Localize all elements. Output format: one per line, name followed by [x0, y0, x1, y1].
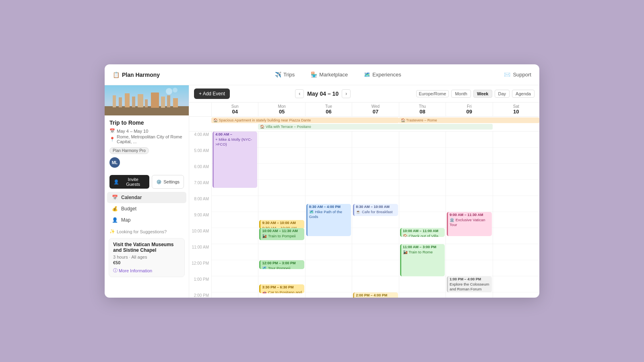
calendar-icon: 📅: [109, 128, 115, 134]
nav-marketplace[interactable]: 🏪 Marketplace: [308, 70, 351, 79]
calendar-event[interactable]: 1:00 PM – 4:00 PMExplore the Colosseum a…: [447, 276, 491, 292]
calendar-event[interactable]: 9:00 AM – 11:30 AM🏛️ Exclusive Vatican T…: [447, 212, 491, 236]
time-rows: 4:00 AM5:00 AM6:00 AM7:00 AM8:00 AM9:00 …: [189, 132, 539, 298]
time-gutter-header: [189, 103, 211, 116]
svg-point-13: [173, 88, 178, 93]
more-info-link[interactable]: ⓘ More Information: [113, 267, 180, 274]
invite-guests-button[interactable]: 👤 Invite Guests: [109, 175, 149, 189]
calendar-event[interactable]: 12:00 PM – 3:00 PM🗺️ Tour Pompeii: [259, 260, 304, 269]
time-label: 8:00 AM: [189, 196, 211, 212]
app-container: 📋 Plan Harmony ✈️ Trips 🏪 Marketplace 🗺️…: [105, 64, 539, 298]
calendar-event[interactable]: 10:00 AM – 11:00 AM🏠 Check out of Villa: [400, 228, 445, 237]
nav-trips[interactable]: ✈️ Trips: [272, 70, 298, 79]
date-range-text: May 04 – 10: [307, 90, 339, 97]
svg-rect-4: [125, 93, 130, 107]
day-col-5[interactable]: 9:00 AM – 11:30 AM🏛️ Exclusive Vatican T…: [446, 132, 492, 298]
nav-trips-label: Trips: [283, 72, 295, 78]
multiday-event-bar[interactable]: 🏠 Trastevere – Rome: [399, 117, 539, 123]
calendar-grid: Sun 04 Mon 05 Tue 06 Wed 07: [189, 103, 539, 298]
multiday-event-bar[interactable]: 🏠 Villa with Terrace – Positano: [258, 124, 492, 130]
sidebar-nav-calendar[interactable]: 📅 Calendar: [107, 192, 186, 203]
suggestion-meta: 3 hours · All ages: [113, 255, 180, 259]
agenda-view-button[interactable]: Agenda: [512, 90, 535, 98]
svg-rect-7: [145, 99, 148, 107]
date-nav: ‹ May 04 – 10 ›: [234, 89, 412, 98]
marketplace-icon: 🏪: [311, 72, 317, 78]
day-view-button[interactable]: Day: [495, 90, 510, 98]
trip-info: Trip to Rome 📅 May 4 – May 10 📍 Rome, Me…: [105, 115, 189, 175]
day-header-wed: Wed 07: [352, 103, 398, 116]
day-col-2[interactable]: 8:30 AM – 4:00 PM🗺️ Hike Path of the God…: [305, 132, 352, 298]
calendar-event[interactable]: 3:30 PM – 6:30 PM🚗 Car to Positano and W…: [259, 284, 304, 293]
calendar-event[interactable]: 10:00 AM – 11:30 AM🚂 Train to Pompeii: [259, 228, 304, 240]
multiday-row: 🏠 Spacious Apartment in stately building…: [189, 117, 539, 132]
day-col-1[interactable]: 9:30 AM – 10:00 AM9:30 AM – 10:00 AM10:0…: [258, 132, 305, 298]
day-header-tue: Tue 06: [305, 103, 352, 116]
support-nav[interactable]: ✉️ Support: [504, 72, 531, 78]
logo[interactable]: 📋 Plan Harmony: [113, 72, 160, 78]
trip-location: 📍 Rome, Metropolitan City of Rome Capita…: [109, 134, 184, 144]
time-label: 6:00 AM: [189, 164, 211, 180]
nav-marketplace-label: Marketplace: [319, 72, 348, 78]
calendar-event[interactable]: 4:00 AM –+ Mike & Molly (NYC->FCO): [213, 132, 257, 188]
time-label: 10:00 AM: [189, 228, 211, 244]
svg-rect-1: [105, 106, 189, 115]
day-col-3[interactable]: 8:30 AM – 10:00 AM☕ Cafe for Breakfast2:…: [352, 132, 398, 298]
support-icon: ✉️: [504, 72, 510, 78]
info-icon: ⓘ: [113, 267, 118, 274]
experiences-icon: 🗺️: [364, 72, 370, 78]
prev-week-button[interactable]: ‹: [295, 89, 304, 98]
trip-title: Trip to Rome: [109, 119, 184, 126]
time-label: 1:00 PM: [189, 276, 211, 292]
time-label: 11:00 AM: [189, 244, 211, 260]
sidebar-nav-budget[interactable]: 💰 Budget: [107, 203, 186, 214]
day-col-4[interactable]: 10:00 AM – 11:00 AM🏠 Check out of Villa1…: [399, 132, 446, 298]
calendar-nav-icon: 📅: [112, 195, 118, 200]
day-header-sat: Sat 10: [493, 103, 539, 116]
map-nav-icon: 👤: [112, 217, 118, 223]
suggestions-icon: ✨: [109, 229, 115, 234]
week-view-button[interactable]: Week: [473, 90, 492, 98]
calendar-event[interactable]: 11:00 AM – 3:00 PM🚂 Train to Rome: [400, 244, 445, 276]
day-headers: Sun 04 Mon 05 Tue 06 Wed 07: [189, 103, 539, 117]
support-label: Support: [513, 72, 531, 78]
nav-experiences[interactable]: 🗺️ Experiences: [361, 70, 405, 79]
calendar-event[interactable]: 8:30 AM – 10:00 AM☕ Cafe for Breakfast: [353, 204, 398, 216]
day-columns: 4:00 AM –+ Mike & Molly (NYC->FCO)2:00 P…: [211, 132, 539, 298]
svg-rect-10: [167, 95, 170, 107]
pro-badge[interactable]: Plan Harmony Pro: [109, 147, 149, 154]
suggestion-title: Visit the Vatican Museums and Sistine Ch…: [113, 242, 180, 253]
svg-rect-11: [173, 98, 178, 107]
time-scroll[interactable]: 4:00 AM5:00 AM6:00 AM7:00 AM8:00 AM9:00 …: [189, 132, 539, 298]
day-col-6[interactable]: [493, 132, 539, 298]
logo-icon: 📋: [113, 72, 120, 78]
main-nav: ✈️ Trips 🏪 Marketplace 🗺️ Experiences: [172, 70, 504, 79]
app-name: Plan Harmony: [122, 72, 160, 78]
timezone-badge[interactable]: Europe/Rome: [416, 90, 449, 97]
day-col-0[interactable]: 4:00 AM –+ Mike & Molly (NYC->FCO)2:00 P…: [211, 132, 258, 298]
avatar-row: ML: [109, 157, 184, 168]
calendar-event[interactable]: 8:30 AM – 4:00 PM🗺️ Hike Path of the God…: [306, 204, 351, 236]
sidebar-nav-map[interactable]: 👤 Map: [107, 214, 186, 226]
calendar-area: + Add Event ‹ May 04 – 10 › Europe/Rome …: [189, 85, 539, 298]
settings-button[interactable]: ⚙️ Settings: [152, 175, 184, 189]
suggestions-section: ✨ Looking for Suggestions?: [105, 226, 189, 236]
action-row: 👤 Invite Guests ⚙️ Settings: [105, 175, 189, 189]
view-controls: Europe/Rome Month Week Day Agenda: [416, 90, 535, 98]
time-label: 12:00 PM: [189, 260, 211, 276]
multiday-event-bar[interactable]: 🏠 Spacious Apartment in stately building…: [211, 117, 399, 123]
nav-experiences-label: Experiences: [372, 72, 401, 78]
trip-image: [105, 85, 189, 115]
time-label: 7:00 AM: [189, 180, 211, 196]
day-header-fri: Fri 09: [446, 103, 492, 116]
multiday-events: 🏠 Spacious Apartment in stately building…: [211, 117, 539, 131]
time-labels: 4:00 AM5:00 AM6:00 AM7:00 AM8:00 AM9:00 …: [189, 132, 211, 298]
calendar-toolbar: + Add Event ‹ May 04 – 10 › Europe/Rome …: [189, 85, 539, 103]
trip-date: 📅 May 4 – May 10: [109, 128, 184, 134]
next-week-button[interactable]: ›: [342, 89, 351, 98]
add-event-button[interactable]: + Add Event: [194, 88, 230, 99]
calendar-event[interactable]: 2:00 PM – 4:00 PM🍷 Participate in a Loca…: [353, 292, 398, 298]
calendar-event[interactable]: 9:30 AM – 10:00 AM9:30 AM – 10:00 AM: [259, 220, 304, 229]
time-label: 2:00 PM: [189, 292, 211, 298]
month-view-button[interactable]: Month: [451, 90, 471, 98]
